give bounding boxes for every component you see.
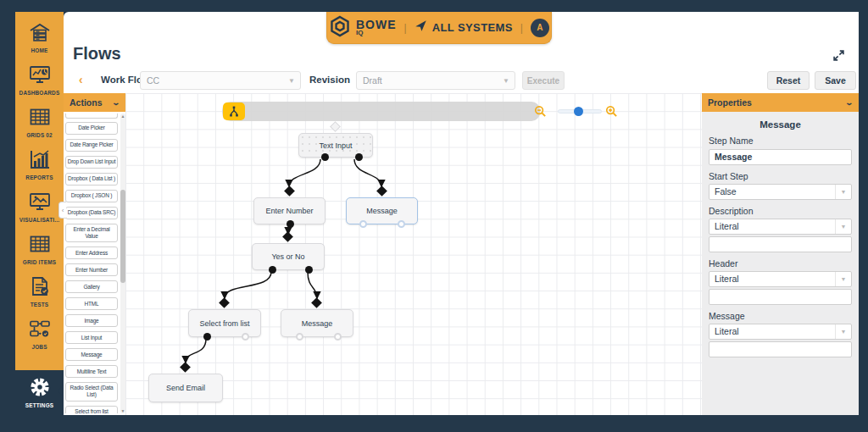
sidebar-item-settings[interactable]: SETTINGS	[15, 370, 64, 415]
expand-icon[interactable]	[833, 49, 844, 64]
flow-node-select-list[interactable]: Select from list	[188, 309, 261, 337]
output-port-hollow-gray-icon[interactable]	[334, 333, 342, 341]
chevron-down-icon: ▼	[283, 77, 300, 85]
output-port-hollow-gray-icon[interactable]	[296, 333, 303, 341]
flow-canvas[interactable]: Text InputEnter NumberMessageYes or NoSe…	[125, 93, 702, 415]
description-text-input[interactable]	[709, 236, 852, 252]
action-item-select-from-list[interactable]: Select from list	[65, 406, 118, 414]
avatar[interactable]: A	[531, 19, 549, 37]
actions-list: Date PickerDate Range PickerDrop Down Li…	[65, 114, 120, 413]
zoom-out-icon[interactable]	[534, 105, 547, 121]
node-label: Yes or No	[271, 252, 304, 261]
flow-node-yes-or-no[interactable]: Yes or No	[252, 243, 325, 270]
actions-panel: Actions ⌄ Date PickerDate Range PickerDr…	[64, 93, 125, 415]
input-port-diamond-icon	[311, 297, 322, 308]
flow-node-send-email[interactable]: Send Email	[148, 374, 223, 402]
sidebar: HOMEDASHBOARDSGRIDS 02REPORTSVISUALISATI…	[15, 12, 64, 415]
collapse-panel-tab[interactable]: ‹	[58, 202, 66, 219]
description-select[interactable]: Literal ▼	[709, 219, 852, 235]
output-port-dot-icon[interactable]	[321, 153, 329, 161]
output-port-dot-icon[interactable]	[203, 333, 211, 341]
action-item-gallery[interactable]: Gallery	[65, 280, 118, 293]
output-port-hollow-blue-icon[interactable]	[359, 220, 367, 228]
output-port-dot-icon[interactable]	[269, 266, 276, 274]
revision-value: Draft	[363, 75, 382, 86]
action-item-radio-select-data-list[interactable]: Radio Select (Data List)	[65, 382, 118, 401]
flow-node-message-2[interactable]: Message	[281, 309, 353, 337]
properties-panel-header[interactable]: Properties ⌄	[702, 93, 859, 112]
action-item-dropbox-data-src[interactable]: Dropbox (Data SRC)	[65, 207, 118, 219]
action-item-date-picker[interactable]: Date Picker	[65, 122, 118, 135]
message-select[interactable]: Literal ▼	[709, 324, 852, 340]
sidebar-item-visualisati[interactable]: VISUALISATI...	[15, 191, 64, 223]
back-chevron-icon[interactable]: ‹	[79, 73, 83, 86]
top-brand-badge: BOWE IQ | ALL SYSTEMS | A	[326, 12, 552, 44]
reset-button[interactable]: Reset	[767, 71, 810, 90]
step-name-input[interactable]	[709, 149, 852, 165]
chevron-down-icon: ▼	[835, 185, 851, 199]
action-item-enter-a-decimal-value[interactable]: Enter a Decimal Value	[65, 224, 118, 242]
message-text-input[interactable]	[709, 341, 852, 357]
revision-select[interactable]: Draft ▼	[356, 71, 515, 90]
action-item-partial[interactable]	[65, 114, 118, 119]
header-select[interactable]: Literal ▼	[709, 271, 852, 287]
sidebar-item-home[interactable]: HOME	[15, 22, 64, 53]
select-value: Literal	[709, 274, 739, 284]
action-item-date-range-picker[interactable]: Date Range Picker	[65, 139, 118, 152]
save-button[interactable]: Save	[815, 71, 856, 90]
action-item-message[interactable]: Message	[65, 348, 118, 361]
action-item-list-input[interactable]: List Input	[65, 331, 118, 344]
action-item-multiline-text[interactable]: Multiline Text	[65, 365, 118, 378]
sidebar-item-label: GRIDS 02	[26, 132, 53, 138]
output-port-dot-icon[interactable]	[305, 266, 313, 274]
flow-node-message-1[interactable]: Message	[346, 197, 418, 224]
selected-step-title: Message	[702, 119, 859, 130]
sidebar-item-grid-items[interactable]: GRID ITEMS	[15, 234, 64, 265]
input-port-diamond-icon	[376, 186, 387, 197]
flow-node-enter-number[interactable]: Enter Number	[253, 197, 326, 224]
sidebar-item-label: HOME	[31, 47, 48, 53]
chevron-down-icon: ▼	[835, 324, 851, 339]
sidebar-item-tests[interactable]: TESTS	[15, 276, 64, 307]
sidebar-item-dashboards[interactable]: DASHBOARDS	[15, 64, 64, 96]
visualisation-icon	[29, 191, 51, 215]
action-item-enter-number[interactable]: Enter Number	[65, 263, 118, 276]
properties-title: Properties	[708, 97, 752, 108]
flow-node-text-input[interactable]: Text Input	[298, 133, 373, 158]
action-item-html[interactable]: HTML	[65, 297, 118, 310]
action-item-drop-down-list-input[interactable]: Drop Down List Input	[65, 156, 118, 169]
action-item-dropbox-json[interactable]: Dropbox ( JSON )	[65, 190, 118, 202]
output-port-dot-icon[interactable]	[287, 220, 294, 228]
start-step-select[interactable]: False ▼	[709, 184, 852, 200]
zoom-slider[interactable]	[558, 109, 602, 114]
field-label-step-name: Step Name	[709, 136, 852, 146]
action-item-dropbox-data-list[interactable]: Dropbox ( Data List )	[65, 173, 118, 186]
workflows-select[interactable]: CC ▼	[140, 71, 301, 90]
output-port-hollow-blue-icon[interactable]	[398, 220, 405, 228]
system-selector[interactable]: ALL SYSTEMS	[415, 19, 513, 36]
node-label: Text Input	[319, 141, 352, 150]
actions-panel-header[interactable]: Actions ⌄	[64, 93, 125, 112]
output-port-hollow-gray-icon[interactable]	[242, 333, 249, 341]
sidebar-item-grids-02[interactable]: GRIDS 02	[15, 107, 64, 138]
node-label: Enter Number	[265, 207, 313, 215]
header-text-input[interactable]	[709, 289, 852, 305]
brand-logo-wrap: BOWE IQ	[329, 15, 397, 41]
action-item-enter-address[interactable]: Enter Address	[65, 246, 118, 259]
flow-edge-yes-or-no-to-select-list	[225, 272, 271, 298]
chevron-down-icon: ▼	[835, 272, 851, 286]
page-title: Flows	[73, 44, 121, 64]
output-port-dot-icon[interactable]	[355, 153, 363, 161]
execute-button[interactable]: Execute	[522, 71, 565, 90]
sidebar-item-reports[interactable]: REPORTS	[15, 149, 64, 180]
node-label: Send Email	[166, 384, 205, 392]
zoom-in-icon[interactable]	[605, 105, 618, 121]
action-item-image[interactable]: Image	[65, 314, 118, 327]
sidebar-item-label: JOBS	[31, 344, 47, 350]
sidebar-item-label: SETTINGS	[25, 402, 54, 408]
sidebar-item-label: DASHBOARDS	[19, 90, 60, 96]
zoom-slider-thumb[interactable]	[574, 107, 583, 116]
branch-icon[interactable]	[223, 102, 245, 120]
sidebar-item-jobs[interactable]: JOBS	[15, 318, 64, 350]
flow-edge-text-input-to-enter-number	[289, 159, 320, 186]
